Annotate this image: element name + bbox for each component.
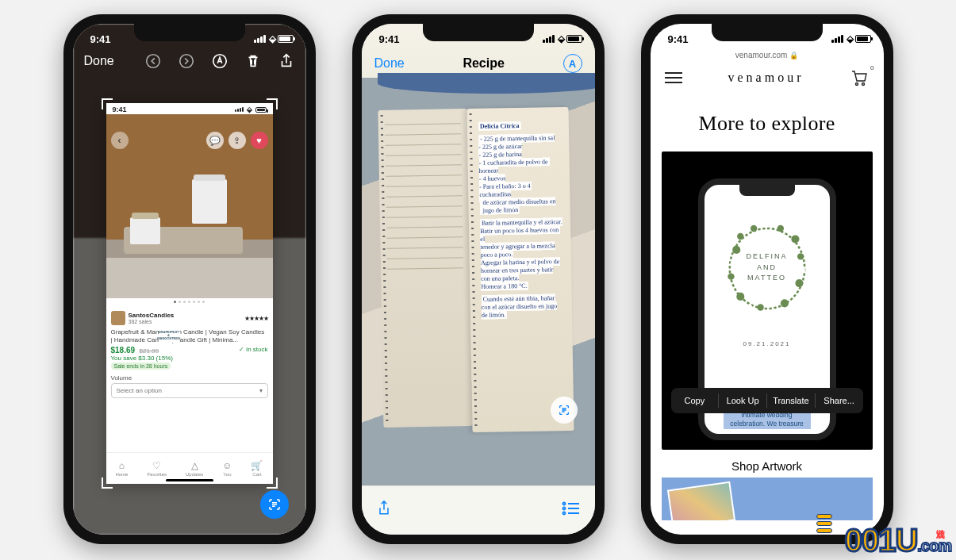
- watermark-main: 001U: [845, 523, 918, 558]
- sale-pill: Sale ends in 28 hours: [111, 362, 171, 370]
- phone-2: 9:41 ⬙ Done Recipe A: [352, 14, 605, 544]
- mock-notch: [739, 185, 795, 196]
- seller-avatar: [111, 311, 125, 325]
- tab-home[interactable]: ⌂Home: [115, 461, 128, 477]
- share-icon[interactable]: ⇪: [228, 132, 246, 149]
- tab-label: Favorites: [147, 472, 167, 477]
- markup-icon[interactable]: [211, 52, 228, 70]
- photo-pager-dots[interactable]: [106, 298, 273, 305]
- tab-label: Home: [115, 472, 128, 477]
- done-button[interactable]: Done: [374, 56, 405, 71]
- wifi-icon: ⬙: [247, 105, 252, 113]
- menu-lookup[interactable]: Look Up: [719, 396, 766, 405]
- tab-updates[interactable]: △Updates: [186, 461, 203, 477]
- site-logo[interactable]: venamour: [728, 71, 804, 85]
- comment-icon[interactable]: 💬: [206, 132, 224, 149]
- seller-row[interactable]: SantosCandles 382 sales ★★★★★: [111, 311, 268, 325]
- recipe-final: Cuando esté aún tibia, bañar con el azúc…: [481, 293, 557, 320]
- markup-icon[interactable]: A: [563, 54, 582, 73]
- menu-share[interactable]: Share...: [816, 396, 863, 405]
- svg-point-17: [757, 304, 763, 310]
- heart-icon: ♡: [152, 461, 161, 470]
- svg-point-21: [788, 230, 792, 234]
- live-text-button[interactable]: [551, 397, 578, 424]
- svg-point-23: [747, 304, 751, 308]
- tab-label: Cart: [252, 472, 261, 477]
- notebook-right-page: Delicia Cítrica - 225 g de mantequilla s…: [466, 107, 574, 432]
- tab-favorites[interactable]: ♡Favorites: [147, 461, 167, 477]
- done-button[interactable]: Done: [84, 54, 114, 68]
- share-icon[interactable]: [376, 499, 392, 522]
- lock-icon: 🔒: [789, 52, 798, 59]
- signal-icon: [235, 107, 244, 112]
- svg-point-13: [791, 235, 799, 243]
- phone-3: 9:41 ⬙ venamour.com 🔒 venamour 0 Mo: [641, 14, 893, 544]
- and-text: AND: [705, 263, 830, 274]
- cart-icon[interactable]: 0: [850, 69, 869, 86]
- volume-label: Volume: [111, 374, 268, 382]
- screen: 9:41 ⬙ venamour.com 🔒 venamour 0 Mo: [651, 24, 884, 535]
- battery-icon: [278, 35, 294, 43]
- undo-icon[interactable]: [144, 52, 162, 70]
- product-title: Grapefruit & Mangosteen Candle | Vegan S…: [111, 328, 268, 343]
- wifi-icon: ⬙: [269, 33, 275, 44]
- screen: 9:41 ⬙ Done Recipe A: [362, 24, 595, 535]
- name-2: MATTEO: [705, 273, 830, 284]
- share-icon[interactable]: [278, 52, 295, 70]
- stock-badge: In stock: [239, 346, 268, 353]
- candle-small: GRAPEFRUIT & MANGOSTEEN: [130, 217, 160, 244]
- text-selection-menu: Copy Look Up Translate Share...: [671, 388, 863, 413]
- screen: 9:41 ⬙ Done: [73, 24, 306, 535]
- plate-edge: [378, 73, 595, 94]
- live-text-button[interactable]: [260, 490, 289, 519]
- redo-icon[interactable]: [178, 52, 195, 70]
- recipe-steps: Batir la mantequilla y el azúcar. Batir …: [479, 217, 562, 291]
- svg-point-16: [780, 299, 788, 307]
- list-icon[interactable]: [562, 501, 581, 520]
- recipe-heading: Delicia Cítrica: [478, 121, 520, 131]
- signal-icon: [254, 35, 266, 43]
- price: $18.69: [111, 346, 136, 355]
- back-button[interactable]: ‹: [111, 132, 129, 149]
- chevron-down-icon: ▾: [259, 387, 263, 394]
- tab-you[interactable]: ☺You: [222, 461, 232, 477]
- menu-icon[interactable]: [665, 72, 682, 83]
- artwork-card[interactable]: DELFINA AND MATTEO 09.21.2021 We would b…: [662, 152, 873, 450]
- inner-status-bar: 9:41 ⬙: [106, 103, 273, 114]
- svg-point-11: [750, 225, 756, 232]
- section-heading: More to explore: [651, 112, 884, 136]
- notch: [712, 24, 823, 41]
- url-text: venamour.com: [735, 51, 788, 59]
- wifi-icon: ⬙: [847, 33, 852, 44]
- product-photo: ‹ 💬 ⇪ ♥ GRAPEFRUIT & MANGOSTEEN GRAPEFRU…: [106, 114, 273, 298]
- volume-select[interactable]: Select an option ▾: [111, 383, 268, 398]
- svg-point-20: [745, 229, 749, 233]
- favorite-icon[interactable]: ♥: [251, 132, 268, 149]
- tab-label: Updates: [186, 472, 203, 477]
- photo-attachment[interactable]: Delicia Cítrica - 225 g de mantequilla s…: [362, 78, 595, 485]
- embedded-screenshot: 9:41 ⬙ ‹ 💬 ⇪ ♥: [106, 103, 273, 484]
- markup-toolbar: Done: [73, 49, 306, 76]
- trash-icon[interactable]: [244, 52, 262, 70]
- signal-icon: [831, 35, 843, 43]
- site-navbar: venamour 0: [651, 63, 884, 91]
- rating-stars: ★★★★★: [244, 315, 268, 322]
- note-title: Recipe: [463, 56, 504, 71]
- seller-sales: 382 sales: [129, 319, 175, 324]
- person-icon: ☺: [222, 461, 232, 470]
- watermark-flag-icon: [816, 514, 832, 533]
- address-bar[interactable]: venamour.com 🔒: [651, 49, 884, 63]
- shop-artwork-link[interactable]: Shop Artwork: [651, 459, 884, 473]
- tab-label: You: [223, 472, 231, 477]
- menu-copy[interactable]: Copy: [671, 396, 719, 405]
- menu-translate[interactable]: Translate: [767, 396, 815, 405]
- cart-badge: 0: [870, 64, 873, 71]
- artwork-strip[interactable]: [662, 478, 873, 520]
- screenshot-crop-frame[interactable]: 9:41 ⬙ ‹ 💬 ⇪ ♥: [106, 103, 273, 484]
- name-1: DELFINA: [705, 251, 830, 263]
- old-price: $21.99: [140, 347, 159, 355]
- candle-large: GRAPEFRUIT & MANGOSTEEN: [192, 179, 227, 224]
- tab-cart[interactable]: 🛒Cart: [251, 461, 263, 477]
- signal-icon: [543, 35, 555, 43]
- svg-point-7: [862, 83, 865, 86]
